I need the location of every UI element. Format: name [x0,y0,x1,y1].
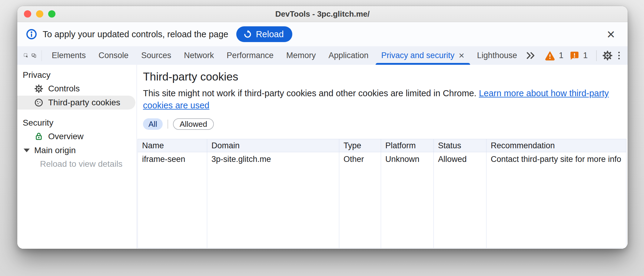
cell-type: Other [339,152,381,166]
sidebar-item-third-party-cookies[interactable]: Third-party cookies [17,96,135,110]
devtools-window: DevTools - 3pc.glitch.me/ To apply your … [17,6,628,249]
gear-icon [34,84,44,94]
settings-gear-icon[interactable] [602,50,613,61]
sidebar-section-security: Security OverviewMain originReload to vi… [17,116,137,171]
toolbar-divider [596,50,597,61]
tab-label: Elements [52,51,86,60]
toolbar-right: 1 1 [523,50,623,61]
tree-item-note: Reload to view details [17,157,137,171]
selected-tab-underline [376,63,470,65]
filler-column-recommendation [486,166,626,248]
toolbar-divider [41,50,42,61]
sidebar-item-label: Overview [48,132,84,141]
cookie-icon [34,98,44,107]
sidebar-section-privacy: Privacy Controls Third-party cookies [17,68,137,110]
filler-column-name [138,166,207,248]
sidebar-item-overview[interactable]: Overview [17,130,135,143]
filler-column-type [339,166,381,248]
cookies-data-grid: NameDomainTypePlatformStatusRecommendati… [138,139,626,248]
device-toolbar-icon[interactable] [32,50,36,61]
tab-memory[interactable]: Memory [280,46,322,65]
reload-icon [243,30,252,39]
grid-header-row: NameDomainTypePlatformStatusRecommendati… [138,139,626,152]
filler-column-status [434,166,486,248]
page-description: This site might not work if third-party … [143,87,626,111]
issues-icon[interactable] [570,51,579,60]
issues-count[interactable]: 1 [583,51,588,60]
panel-tabs: ElementsConsoleSourcesNetworkPerformance… [45,46,523,65]
tab-close-icon[interactable]: × [459,50,464,61]
sidebar-item-label: Controls [48,84,80,94]
tree-item-main-origin[interactable]: Main origin [17,143,137,157]
section-title-security: Security [17,116,137,130]
cookie-filters: All Allowed [143,118,626,130]
warning-triangle-icon[interactable] [545,51,555,61]
reload-infobar: To apply your updated controls, reload t… [17,22,628,46]
tab-privacy-and-security[interactable]: Privacy and security× [375,46,471,65]
cell-platform: Unknown [381,152,434,166]
titlebar: DevTools - 3pc.glitch.me/ [17,6,628,22]
tab-elements[interactable]: Elements [45,46,92,65]
tab-label: Sources [141,51,171,60]
cell-domain: 3p-site.glitch.me [207,152,339,166]
desktop-background: DevTools - 3pc.glitch.me/ To apply your … [0,0,644,276]
filter-all-chip[interactable]: All [143,118,163,130]
column-header-name: Name [138,139,207,152]
filter-allowed-chip[interactable]: Allowed [173,118,214,130]
expander-triangle-icon[interactable] [24,149,30,152]
reload-button[interactable]: Reload [236,26,292,42]
tab-label: Console [98,51,128,60]
tab-application[interactable]: Application [322,46,375,65]
lock-icon [34,132,44,141]
warning-count[interactable]: 1 [559,51,563,60]
tab-label: Network [184,51,214,60]
cell-recommendation: Contact third-party site for more info [486,152,626,166]
cell-name: iframe-seen [138,152,207,166]
column-header-domain: Domain [207,139,339,152]
column-header-status: Status [434,139,486,152]
privacy-security-sidebar: Privacy Controls Third-party cookiesSecu… [17,65,137,249]
grid-filler [138,166,626,248]
sidebar-item-label: Third-party cookies [48,98,120,107]
more-menu-icon[interactable] [615,50,623,61]
tab-label: Lighthouse [477,51,517,60]
tree-item-label: Main origin [34,146,76,155]
tab-label: Privacy and security [381,51,455,60]
tab-sources[interactable]: Sources [135,46,178,65]
infobar-close-icon[interactable]: × [603,27,619,41]
tab-console[interactable]: Console [92,46,135,65]
page-title: Third-party cookies [143,70,626,84]
column-header-recommendation: Recommendation [486,139,626,152]
tab-label: Memory [286,51,316,60]
description-text: This site might not work if third-party … [143,88,476,98]
filler-column-domain [207,166,339,248]
sidebar-item-controls[interactable]: Controls [17,82,135,96]
tab-label: Performance [227,51,274,60]
infobar-message: To apply your updated controls, reload t… [43,29,228,39]
panel-body: Privacy Controls Third-party cookiesSecu… [17,65,628,249]
column-header-platform: Platform [381,139,434,152]
filter-divider [168,120,168,129]
tab-lighthouse[interactable]: Lighthouse [471,46,523,65]
third-party-cookies-view: Third-party cookies This site might not … [137,65,628,249]
tab-label: Application [328,51,368,60]
filler-column-platform [381,166,434,248]
devtools-toolbar: ElementsConsoleSourcesNetworkPerformance… [17,46,628,65]
tab-network[interactable]: Network [178,46,220,65]
inspect-icon[interactable] [24,50,28,61]
info-icon [26,28,37,40]
table-row[interactable]: iframe-seen3p-site.glitch.meOtherUnknown… [138,152,626,166]
window-title: DevTools - 3pc.glitch.me/ [17,9,628,19]
section-title-privacy: Privacy [17,68,137,82]
column-header-type: Type [339,139,381,152]
reload-button-label: Reload [256,29,284,39]
tab-performance[interactable]: Performance [220,46,280,65]
more-tabs-icon[interactable] [525,50,536,61]
cell-status: Allowed [434,152,486,166]
